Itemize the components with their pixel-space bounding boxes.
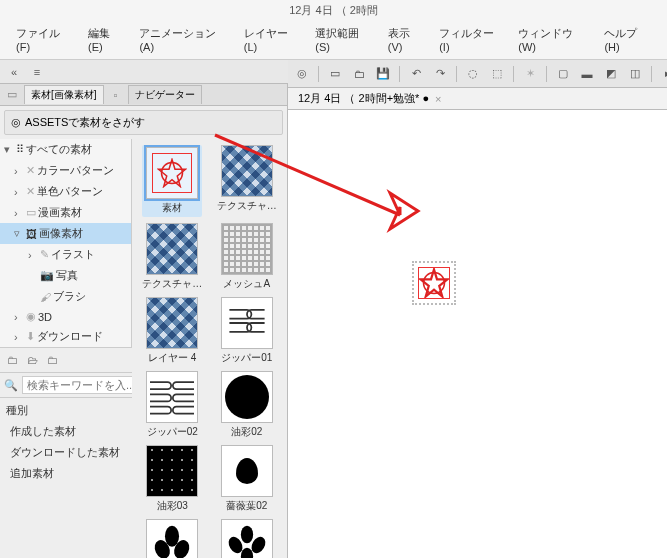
title-bar: 12月 4日 （ 2時間: [0, 0, 667, 20]
new-icon[interactable]: ▭: [325, 64, 345, 84]
material-label: 油彩03: [142, 499, 202, 513]
close-x-icon: ✕: [26, 164, 35, 177]
material-tree: ▾⠿すべての素材 ›✕カラーパターン ›✕単色パターン ›▭漫画素材 ▿🖼画像素…: [0, 139, 132, 347]
material-item[interactable]: 薔薇葉02: [217, 445, 277, 513]
material-item[interactable]: テクスチャ作成: [142, 223, 202, 291]
tab-navigator[interactable]: ナビゲーター: [128, 85, 202, 104]
camera-icon: 📷: [40, 269, 54, 282]
deselect-icon[interactable]: ⬚: [487, 64, 507, 84]
navigator-icon[interactable]: ▫: [108, 87, 124, 103]
menu-bar: ファイル(F) 編集(E) アニメーション(A) レイヤー(L) 選択範囲(S)…: [0, 20, 667, 60]
app-icon[interactable]: ◎: [292, 64, 312, 84]
menu-layer[interactable]: レイヤー(L): [236, 22, 307, 57]
material-item[interactable]: レイヤー 4: [142, 297, 202, 365]
material-panel: « ≡ ▭ 素材[画像素材] ▫ ナビゲーター ◎ ASSETSで素材をさがす …: [0, 60, 288, 558]
svg-point-2: [165, 526, 179, 547]
kind-added[interactable]: 追加素材: [0, 463, 132, 484]
assets-search-button[interactable]: ◎ ASSETSで素材をさがす: [4, 110, 283, 135]
tree-download[interactable]: ›⬇ダウンロード: [0, 326, 131, 347]
geom-rect-icon[interactable]: ▬: [577, 64, 597, 84]
tree-3d[interactable]: ›◉3D: [0, 307, 131, 326]
new-folder-icon[interactable]: 🗀: [4, 352, 20, 368]
menu-animation[interactable]: アニメーション(A): [131, 22, 235, 57]
svg-point-8: [241, 548, 253, 558]
menu-window[interactable]: ウィンドウ(W): [510, 22, 596, 57]
cube-icon: ◉: [26, 310, 36, 323]
chevron-left-icon[interactable]: «: [4, 62, 24, 82]
erase-icon[interactable]: ◌: [463, 64, 483, 84]
close-icon[interactable]: ×: [435, 93, 441, 105]
edit-icon: ✎: [40, 248, 49, 261]
geom-square-icon[interactable]: ▢: [553, 64, 573, 84]
save-icon[interactable]: 💾: [373, 64, 393, 84]
menu-selection[interactable]: 選択範囲(S): [307, 22, 380, 57]
open-icon[interactable]: 🗀: [349, 64, 369, 84]
material-label: 油彩02: [217, 425, 277, 439]
redo-icon[interactable]: ↷: [430, 64, 450, 84]
folder-icon[interactable]: 🗁: [24, 352, 40, 368]
frame-icon: ▭: [26, 206, 36, 219]
material-item[interactable]: 油彩02: [217, 371, 277, 439]
material-label: ジッパー01: [217, 351, 277, 365]
geom-diag-icon[interactable]: ◩: [601, 64, 621, 84]
svg-point-5: [241, 526, 253, 544]
material-item[interactable]: ジッパー02: [142, 371, 202, 439]
material-item[interactable]: 薔薇葉03: [217, 519, 277, 558]
material-label: レイヤー 4: [142, 351, 202, 365]
tab-material[interactable]: 素材[画像素材]: [24, 85, 104, 104]
menu-help[interactable]: ヘルプ(H): [596, 22, 659, 57]
tree-manga[interactable]: ›▭漫画素材: [0, 202, 131, 223]
material-item[interactable]: 油彩03: [142, 445, 202, 513]
canvas[interactable]: [288, 110, 667, 558]
delete-folder-icon[interactable]: 🗀: [44, 352, 60, 368]
cloud-icon: ◎: [11, 116, 21, 129]
material-item[interactable]: 薔薇葉01: [142, 519, 202, 558]
menu-edit[interactable]: 編集(E): [80, 22, 131, 57]
undo-icon[interactable]: ↶: [406, 64, 426, 84]
more-icon[interactable]: ▸: [658, 64, 667, 84]
close-x-icon: ✕: [26, 185, 35, 198]
svg-marker-0: [159, 160, 186, 187]
assets-search-label: ASSETSで素材をさがす: [25, 115, 145, 130]
kind-created[interactable]: 作成した素材: [0, 421, 132, 442]
material-item[interactable]: テクスチャ作成: [217, 145, 277, 217]
tree-color-pattern[interactable]: ›✕カラーパターン: [0, 160, 131, 181]
canvas-toolbar: ◎ ▭ 🗀 💾 ↶ ↷ ◌ ⬚ ✶ ▢ ▬ ◩ ◫ ▸: [288, 60, 667, 88]
material-label: メッシュA: [217, 277, 277, 291]
panel-tabs: ▭ 素材[画像素材] ▫ ナビゲーター: [0, 84, 287, 106]
dropped-material[interactable]: [412, 261, 456, 305]
kind-heading: 種別: [0, 400, 132, 421]
menu-filter[interactable]: フィルター(I): [431, 22, 510, 57]
download-icon: ⬇: [26, 330, 35, 343]
brush-icon: 🖌: [40, 291, 51, 303]
material-label: 薔薇葉02: [217, 499, 277, 513]
tree-brush[interactable]: 🖌ブラシ: [0, 286, 131, 307]
tree-illust[interactable]: ›✎イラスト: [0, 244, 131, 265]
material-label: 素材: [142, 201, 202, 215]
material-item[interactable]: 素材: [142, 145, 202, 217]
material-label: ジッパー02: [142, 425, 202, 439]
material-item[interactable]: ジッパー01: [217, 297, 277, 365]
loading-icon: ✶: [520, 64, 540, 84]
material-label: テクスチャ作成: [217, 199, 277, 213]
menu-file[interactable]: ファイル(F): [8, 22, 80, 57]
grid-icon: ⠿: [16, 143, 24, 156]
material-label: テクスチャ作成: [142, 277, 202, 291]
tree-mono-pattern[interactable]: ›✕単色パターン: [0, 181, 131, 202]
material-item[interactable]: メッシュA: [217, 223, 277, 291]
tree-image-material[interactable]: ▿🖼画像素材: [0, 223, 131, 244]
left-mini-toolbar: « ≡: [0, 60, 288, 84]
panel-menu-icon[interactable]: ≡: [27, 62, 47, 82]
search-icon: 🔍: [4, 379, 18, 392]
document-tab[interactable]: 12月 4日 （ 2時間+勉強* ● ×: [288, 88, 667, 110]
menu-view[interactable]: 表示(V): [380, 22, 431, 57]
document-title: 12月 4日 （ 2時間+勉強* ●: [298, 91, 429, 106]
tree-photo[interactable]: 📷写真: [0, 265, 131, 286]
thumbnail-icon[interactable]: ▭: [4, 87, 20, 103]
kind-downloaded[interactable]: ダウンロードした素材: [0, 442, 132, 463]
geom-split-icon[interactable]: ◫: [625, 64, 645, 84]
tree-all-materials[interactable]: ▾⠿すべての素材: [0, 139, 131, 160]
material-grid: 素材 テクスチャ作成 テクスチャ作成 メッシュA レイヤー 4: [132, 139, 287, 558]
canvas-area: ◎ ▭ 🗀 💾 ↶ ↷ ◌ ⬚ ✶ ▢ ▬ ◩ ◫ ▸ 12月 4日 （ 2時間…: [288, 60, 667, 558]
tree-actions: 🗀 🗁 🗀: [0, 347, 132, 372]
